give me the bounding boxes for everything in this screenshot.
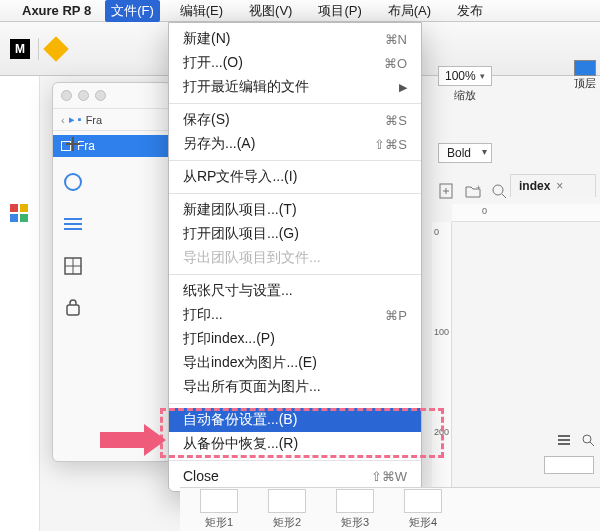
page-tab-close-icon[interactable]: × [556, 179, 563, 193]
font-weight-select[interactable]: Bold [438, 143, 492, 163]
medium-icon[interactable]: M [10, 39, 30, 59]
menu-shortcut: ⌘S [385, 113, 407, 128]
menu-separator [169, 274, 421, 275]
ruler-h-tick: 0 [482, 206, 487, 216]
canvas-dropdown[interactable] [544, 456, 594, 474]
ruler-vertical: 0 100 200 [432, 222, 452, 491]
menu-item-label: 打印... [183, 306, 223, 324]
menu-shortcut: ⇧⌘W [371, 469, 407, 484]
submenu-arrow-icon: ▶ [399, 81, 407, 94]
canvas-view-toolbar [556, 432, 596, 448]
thumb-label: 矩形4 [409, 515, 437, 530]
menu-item-label: 新建团队项目...(T) [183, 201, 297, 219]
page-tab-label: index [519, 179, 550, 193]
menu-publish[interactable]: 发布 [451, 0, 489, 22]
menu-item-label: 导出index为图片...(E) [183, 354, 317, 372]
menu-separator [169, 103, 421, 104]
menu-item-label: 打开...(O) [183, 54, 243, 72]
menu-edit[interactable]: 编辑(E) [174, 0, 229, 22]
breadcrumb[interactable]: ‹ ▸ ▪ Fra [53, 108, 171, 131]
list-view-icon[interactable] [556, 433, 572, 447]
menu-item[interactable]: 导出所有页面为图片... [169, 375, 421, 399]
sketch-icon[interactable] [43, 36, 68, 61]
color-grid-icon[interactable] [10, 204, 28, 222]
search-icon[interactable] [490, 182, 508, 200]
menu-item[interactable]: 保存(S)⌘S [169, 108, 421, 132]
thumb-item[interactable]: 矩形3 [336, 489, 374, 530]
zoom-label: 缩放 [454, 88, 476, 103]
menu-item: 导出团队项目到文件... [169, 246, 421, 270]
far-left-strip [0, 76, 40, 531]
menu-shortcut: ⌘O [384, 56, 407, 71]
menu-item-label: 导出所有页面为图片... [183, 378, 321, 396]
menu-shortcut: ⇧⌘S [374, 137, 407, 152]
menu-item[interactable]: Close⇧⌘W [169, 465, 421, 487]
bag-icon[interactable] [63, 298, 83, 318]
menu-item[interactable]: 自动备份设置...(B) [169, 408, 421, 432]
thumb-item[interactable]: 矩形4 [404, 489, 442, 530]
menu-item[interactable]: 新建团队项目...(T) [169, 198, 421, 222]
folder-icon: ▸ ▪ [69, 113, 82, 126]
menu-item[interactable]: 打开最近编辑的文件▶ [169, 75, 421, 99]
svg-text:+: + [476, 183, 481, 192]
breadcrumb-label: Fra [86, 114, 103, 126]
ruler-v-tick: 100 [434, 327, 449, 337]
menu-item-label: 自动备份设置...(B) [183, 411, 297, 429]
svg-rect-20 [67, 305, 79, 315]
ruler-v-tick: 200 [434, 427, 449, 437]
menu-item[interactable]: 打印index...(P) [169, 327, 421, 351]
menu-shortcut: ⌘P [385, 308, 407, 323]
menu-arrange[interactable]: 布局(A) [382, 0, 437, 22]
menu-item-label: Close [183, 468, 219, 484]
menu-item-label: 从RP文件导入...(I) [183, 168, 297, 186]
thumb-item[interactable]: 矩形1 [200, 489, 238, 530]
menu-item[interactable]: 打印...⌘P [169, 303, 421, 327]
add-folder-icon[interactable]: + [464, 182, 482, 200]
menu-view[interactable]: 视图(V) [243, 0, 298, 22]
left-toolbar [58, 134, 88, 318]
menu-item[interactable]: 纸张尺寸与设置... [169, 279, 421, 303]
menu-shortcut: ⌘N [385, 32, 407, 47]
breadcrumb-back-icon[interactable]: ‹ [61, 114, 65, 126]
svg-point-4 [493, 185, 503, 195]
menu-item[interactable]: 新建(N)⌘N [169, 27, 421, 51]
zoom-select[interactable]: 100%▾ [438, 66, 492, 86]
menu-item-label: 导出团队项目到文件... [183, 249, 321, 267]
menu-item[interactable]: 从备份中恢复...(R) [169, 432, 421, 456]
add-page-icon[interactable] [438, 182, 456, 200]
plus-icon[interactable] [63, 134, 83, 154]
traffic-min-icon[interactable] [78, 90, 89, 101]
traffic-max-icon[interactable] [95, 90, 106, 101]
page-tab[interactable]: index × [510, 174, 596, 197]
mac-menubar: Axure RP 8 文件(F) 编辑(E) 视图(V) 项目(P) 布局(A)… [0, 0, 600, 22]
menu-item-label: 打开团队项目...(G) [183, 225, 299, 243]
thumb-label: 矩形2 [273, 515, 301, 530]
thumb-label: 矩形1 [205, 515, 233, 530]
menu-lines-icon[interactable] [63, 214, 83, 234]
traffic-lights [53, 83, 171, 108]
grid-icon[interactable] [63, 256, 83, 276]
thumb-item[interactable]: 矩形2 [268, 489, 306, 530]
menu-separator [169, 160, 421, 161]
top-layer-swatch [574, 60, 596, 76]
menu-separator [169, 403, 421, 404]
circle-icon[interactable] [63, 172, 83, 192]
menu-file[interactable]: 文件(F) [105, 0, 160, 22]
menu-item[interactable]: 另存为...(A)⇧⌘S [169, 132, 421, 156]
menu-item[interactable]: 打开团队项目...(G) [169, 222, 421, 246]
menu-project[interactable]: 项目(P) [312, 0, 367, 22]
app-name[interactable]: Axure RP 8 [22, 3, 91, 18]
menu-item-label: 纸张尺寸与设置... [183, 282, 293, 300]
menu-item[interactable]: 从RP文件导入...(I) [169, 165, 421, 189]
ruler-horizontal: 0 [452, 204, 600, 222]
svg-line-10 [590, 442, 594, 446]
top-layer-control[interactable]: 顶层 [574, 60, 596, 91]
menu-item-label: 保存(S) [183, 111, 230, 129]
traffic-close-icon[interactable] [61, 90, 72, 101]
svg-line-5 [502, 194, 506, 198]
search-icon[interactable] [580, 432, 596, 448]
menu-item-label: 打印index...(P) [183, 330, 275, 348]
menu-item-label: 从备份中恢复...(R) [183, 435, 298, 453]
menu-item[interactable]: 导出index为图片...(E) [169, 351, 421, 375]
menu-item[interactable]: 打开...(O)⌘O [169, 51, 421, 75]
